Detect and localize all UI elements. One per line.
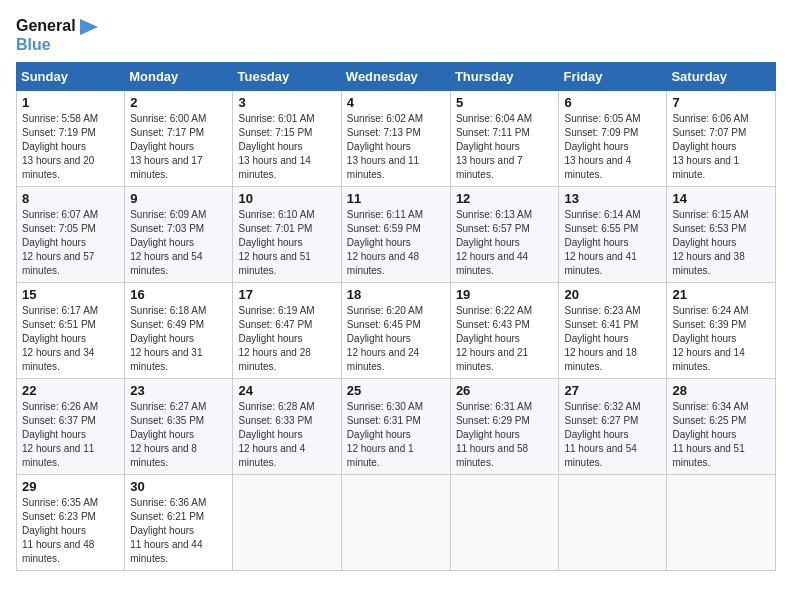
calendar-cell: 11Sunrise: 6:11 AMSunset: 6:59 PMDayligh…	[341, 187, 450, 283]
day-number: 26	[456, 383, 554, 398]
weekday-header-thursday: Thursday	[450, 63, 559, 91]
day-info: Sunrise: 6:36 AMSunset: 6:21 PMDaylight …	[130, 497, 206, 564]
weekday-header-wednesday: Wednesday	[341, 63, 450, 91]
day-number: 1	[22, 95, 119, 110]
calendar-cell: 26Sunrise: 6:31 AMSunset: 6:29 PMDayligh…	[450, 379, 559, 475]
day-number: 29	[22, 479, 119, 494]
day-info: Sunrise: 6:15 AMSunset: 6:53 PMDaylight …	[672, 209, 748, 276]
weekday-header-friday: Friday	[559, 63, 667, 91]
day-info: Sunrise: 6:32 AMSunset: 6:27 PMDaylight …	[564, 401, 640, 468]
day-number: 18	[347, 287, 445, 302]
calendar-cell	[450, 475, 559, 571]
day-number: 16	[130, 287, 227, 302]
day-info: Sunrise: 6:06 AMSunset: 7:07 PMDaylight …	[672, 113, 748, 180]
svg-marker-0	[80, 19, 98, 35]
day-number: 13	[564, 191, 661, 206]
day-info: Sunrise: 6:17 AMSunset: 6:51 PMDaylight …	[22, 305, 98, 372]
calendar-week-4: 22Sunrise: 6:26 AMSunset: 6:37 PMDayligh…	[17, 379, 776, 475]
day-info: Sunrise: 6:11 AMSunset: 6:59 PMDaylight …	[347, 209, 423, 276]
calendar-week-2: 8Sunrise: 6:07 AMSunset: 7:05 PMDaylight…	[17, 187, 776, 283]
logo-text: General Blue	[16, 16, 98, 54]
calendar-cell: 5Sunrise: 6:04 AMSunset: 7:11 PMDaylight…	[450, 91, 559, 187]
day-info: Sunrise: 6:35 AMSunset: 6:23 PMDaylight …	[22, 497, 98, 564]
day-number: 25	[347, 383, 445, 398]
day-number: 11	[347, 191, 445, 206]
day-number: 14	[672, 191, 770, 206]
day-number: 2	[130, 95, 227, 110]
day-number: 9	[130, 191, 227, 206]
day-info: Sunrise: 6:34 AMSunset: 6:25 PMDaylight …	[672, 401, 748, 468]
day-info: Sunrise: 6:19 AMSunset: 6:47 PMDaylight …	[238, 305, 314, 372]
calendar-cell: 19Sunrise: 6:22 AMSunset: 6:43 PMDayligh…	[450, 283, 559, 379]
day-number: 5	[456, 95, 554, 110]
calendar-cell: 2Sunrise: 6:00 AMSunset: 7:17 PMDaylight…	[125, 91, 233, 187]
calendar-cell: 12Sunrise: 6:13 AMSunset: 6:57 PMDayligh…	[450, 187, 559, 283]
day-number: 30	[130, 479, 227, 494]
day-number: 12	[456, 191, 554, 206]
day-number: 23	[130, 383, 227, 398]
weekday-header-sunday: Sunday	[17, 63, 125, 91]
day-info: Sunrise: 6:22 AMSunset: 6:43 PMDaylight …	[456, 305, 532, 372]
calendar-cell: 16Sunrise: 6:18 AMSunset: 6:49 PMDayligh…	[125, 283, 233, 379]
day-info: Sunrise: 6:30 AMSunset: 6:31 PMDaylight …	[347, 401, 423, 468]
calendar-cell: 24Sunrise: 6:28 AMSunset: 6:33 PMDayligh…	[233, 379, 341, 475]
day-info: Sunrise: 6:14 AMSunset: 6:55 PMDaylight …	[564, 209, 640, 276]
day-info: Sunrise: 6:01 AMSunset: 7:15 PMDaylight …	[238, 113, 314, 180]
day-number: 4	[347, 95, 445, 110]
day-number: 6	[564, 95, 661, 110]
calendar-cell: 4Sunrise: 6:02 AMSunset: 7:13 PMDaylight…	[341, 91, 450, 187]
calendar-cell: 25Sunrise: 6:30 AMSunset: 6:31 PMDayligh…	[341, 379, 450, 475]
calendar-cell: 15Sunrise: 6:17 AMSunset: 6:51 PMDayligh…	[17, 283, 125, 379]
calendar-table: SundayMondayTuesdayWednesdayThursdayFrid…	[16, 62, 776, 571]
calendar-week-5: 29Sunrise: 6:35 AMSunset: 6:23 PMDayligh…	[17, 475, 776, 571]
day-info: Sunrise: 6:09 AMSunset: 7:03 PMDaylight …	[130, 209, 206, 276]
day-number: 21	[672, 287, 770, 302]
day-info: Sunrise: 6:02 AMSunset: 7:13 PMDaylight …	[347, 113, 423, 180]
calendar-cell: 27Sunrise: 6:32 AMSunset: 6:27 PMDayligh…	[559, 379, 667, 475]
day-number: 24	[238, 383, 335, 398]
calendar-cell: 1Sunrise: 5:58 AMSunset: 7:19 PMDaylight…	[17, 91, 125, 187]
day-info: Sunrise: 6:20 AMSunset: 6:45 PMDaylight …	[347, 305, 423, 372]
day-info: Sunrise: 6:26 AMSunset: 6:37 PMDaylight …	[22, 401, 98, 468]
day-number: 20	[564, 287, 661, 302]
calendar-cell	[559, 475, 667, 571]
logo: General Blue	[16, 16, 98, 54]
day-info: Sunrise: 6:31 AMSunset: 6:29 PMDaylight …	[456, 401, 532, 468]
calendar-cell: 8Sunrise: 6:07 AMSunset: 7:05 PMDaylight…	[17, 187, 125, 283]
calendar-week-3: 15Sunrise: 6:17 AMSunset: 6:51 PMDayligh…	[17, 283, 776, 379]
day-info: Sunrise: 6:07 AMSunset: 7:05 PMDaylight …	[22, 209, 98, 276]
day-number: 8	[22, 191, 119, 206]
day-number: 17	[238, 287, 335, 302]
calendar-cell: 9Sunrise: 6:09 AMSunset: 7:03 PMDaylight…	[125, 187, 233, 283]
calendar-cell: 17Sunrise: 6:19 AMSunset: 6:47 PMDayligh…	[233, 283, 341, 379]
calendar-cell	[233, 475, 341, 571]
day-number: 19	[456, 287, 554, 302]
day-info: Sunrise: 6:28 AMSunset: 6:33 PMDaylight …	[238, 401, 314, 468]
day-info: Sunrise: 6:18 AMSunset: 6:49 PMDaylight …	[130, 305, 206, 372]
weekday-header-saturday: Saturday	[667, 63, 776, 91]
calendar-cell: 13Sunrise: 6:14 AMSunset: 6:55 PMDayligh…	[559, 187, 667, 283]
logo-arrow-icon	[80, 19, 98, 35]
calendar-cell: 22Sunrise: 6:26 AMSunset: 6:37 PMDayligh…	[17, 379, 125, 475]
calendar-cell: 14Sunrise: 6:15 AMSunset: 6:53 PMDayligh…	[667, 187, 776, 283]
calendar-cell	[341, 475, 450, 571]
day-number: 22	[22, 383, 119, 398]
calendar-cell	[667, 475, 776, 571]
calendar-cell: 21Sunrise: 6:24 AMSunset: 6:39 PMDayligh…	[667, 283, 776, 379]
day-info: Sunrise: 6:13 AMSunset: 6:57 PMDaylight …	[456, 209, 532, 276]
day-number: 28	[672, 383, 770, 398]
day-info: Sunrise: 6:27 AMSunset: 6:35 PMDaylight …	[130, 401, 206, 468]
day-number: 27	[564, 383, 661, 398]
day-info: Sunrise: 6:00 AMSunset: 7:17 PMDaylight …	[130, 113, 206, 180]
weekday-header-tuesday: Tuesday	[233, 63, 341, 91]
day-info: Sunrise: 6:24 AMSunset: 6:39 PMDaylight …	[672, 305, 748, 372]
day-info: Sunrise: 6:05 AMSunset: 7:09 PMDaylight …	[564, 113, 640, 180]
calendar-cell: 18Sunrise: 6:20 AMSunset: 6:45 PMDayligh…	[341, 283, 450, 379]
calendar-cell: 3Sunrise: 6:01 AMSunset: 7:15 PMDaylight…	[233, 91, 341, 187]
calendar-cell: 28Sunrise: 6:34 AMSunset: 6:25 PMDayligh…	[667, 379, 776, 475]
calendar-cell: 23Sunrise: 6:27 AMSunset: 6:35 PMDayligh…	[125, 379, 233, 475]
day-number: 15	[22, 287, 119, 302]
day-number: 7	[672, 95, 770, 110]
day-info: Sunrise: 6:04 AMSunset: 7:11 PMDaylight …	[456, 113, 532, 180]
calendar-cell: 10Sunrise: 6:10 AMSunset: 7:01 PMDayligh…	[233, 187, 341, 283]
